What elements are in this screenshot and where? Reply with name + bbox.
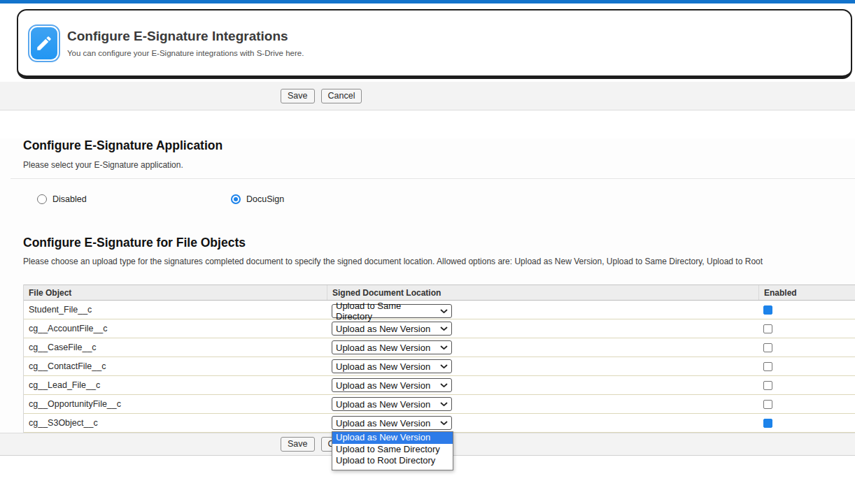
- table-row: cg__OpportunityFile__cUpload as New Vers…: [24, 395, 855, 414]
- radio-label: DocuSign: [246, 194, 284, 204]
- enabled-checkbox[interactable]: [763, 343, 772, 352]
- table-row: Student_File__cUpload to Same Directory: [24, 301, 855, 319]
- file-object-name: Student_File__c: [24, 301, 327, 319]
- enabled-checkbox[interactable]: [763, 362, 772, 371]
- file-objects-table-body: Student_File__cUpload to Same Directoryc…: [24, 301, 855, 433]
- enabled-checkbox[interactable]: [763, 324, 772, 333]
- enabled-cell: [758, 319, 855, 338]
- table-row: cg__AccountFile__cUpload as New Version: [24, 319, 855, 338]
- file-object-name: cg__CaseFile__c: [24, 338, 327, 357]
- pencil-icon: [28, 24, 60, 62]
- location-cell: Upload as New Version: [327, 338, 758, 357]
- select-dropdown-menu: Upload as New VersionUpload to Same Dire…: [332, 431, 453, 470]
- table-row: cg__S3Object__cUpload as New VersionUplo…: [24, 414, 855, 433]
- chevron-down-icon: [440, 309, 448, 314]
- location-cell: Upload as New VersionUpload as New Versi…: [327, 414, 758, 432]
- radio-disabled[interactable]: [37, 194, 47, 204]
- file-section-title: Configure E-Signature for File Objects: [23, 236, 855, 250]
- signed-document-location-select[interactable]: Upload as New Version: [332, 340, 452, 354]
- file-objects-table: File Object Signed Document Location Ena…: [23, 285, 855, 433]
- selected-option-label: Upload as New Version: [336, 380, 430, 391]
- file-object-name: cg__OpportunityFile__c: [24, 395, 327, 413]
- selected-option-label: Upload as New Version: [336, 324, 430, 334]
- chevron-down-icon: [440, 383, 448, 388]
- location-cell: Upload as New Version: [327, 319, 758, 338]
- column-header-file-object: File Object: [24, 285, 327, 300]
- radio-option: Disabled: [37, 194, 231, 204]
- dropdown-option[interactable]: Upload to Same Directory: [332, 444, 453, 456]
- chevron-down-icon: [440, 421, 448, 426]
- signed-document-location-select[interactable]: Upload to Same Directory: [332, 304, 452, 318]
- enabled-checkbox[interactable]: [763, 381, 772, 390]
- table-header-row: File Object Signed Document Location Ena…: [24, 285, 855, 301]
- section-divider: [10, 178, 855, 179]
- column-header-enabled: Enabled: [758, 285, 855, 300]
- page-title: Configure E-Signature Integrations: [67, 29, 304, 44]
- select-wrap: Upload to Same Directory: [332, 301, 452, 318]
- table-row: cg__ContactFile__cUpload as New Version: [24, 357, 855, 376]
- column-header-signed-document-location: Signed Document Location: [327, 285, 758, 300]
- signed-document-location-select[interactable]: Upload as New Version: [332, 378, 452, 392]
- signed-document-location-select[interactable]: Upload as New Version: [332, 359, 452, 373]
- save-button-bottom[interactable]: Save: [281, 437, 315, 452]
- location-cell: Upload to Same Directory: [327, 301, 758, 319]
- enabled-cell: [758, 376, 855, 394]
- enabled-checkbox[interactable]: [763, 400, 772, 409]
- file-object-name: cg__ContactFile__c: [24, 357, 327, 375]
- enabled-cell: [758, 338, 855, 357]
- header-panel: Configure E-Signature Integrations You c…: [17, 9, 852, 79]
- location-cell: Upload as New Version: [327, 376, 758, 394]
- select-wrap: Upload as New Version: [332, 378, 452, 392]
- esignature-app-options: DisabledDocuSign: [0, 194, 855, 205]
- enabled-cell: [758, 395, 855, 413]
- chevron-down-icon: [440, 364, 448, 369]
- selected-option-label: Upload as New Version: [336, 418, 430, 429]
- signed-document-location-select[interactable]: Upload as New Version: [332, 322, 452, 336]
- radio-label: Disabled: [52, 194, 87, 204]
- table-row: cg__CaseFile__cUpload as New Version: [24, 338, 855, 357]
- chevron-down-icon: [440, 345, 448, 350]
- page-subtitle: You can configure your E-Signature integ…: [67, 49, 304, 57]
- enabled-checkbox[interactable]: [763, 305, 772, 315]
- radio-option: DocuSign: [231, 194, 425, 204]
- location-cell: Upload as New Version: [327, 357, 758, 375]
- location-cell: Upload as New Version: [327, 395, 758, 413]
- top-toolbar: Save Cancel: [0, 82, 855, 110]
- selected-option-label: Upload as New Version: [336, 361, 430, 372]
- app-section-description: Please select your E-Signature applicati…: [23, 160, 855, 170]
- top-accent-bar: [0, 0, 855, 3]
- save-button[interactable]: Save: [281, 89, 315, 103]
- enabled-cell: [758, 357, 855, 375]
- select-wrap: Upload as New Version: [332, 397, 452, 411]
- table-row: cg__Lead_File__cUpload as New Version: [24, 376, 855, 395]
- file-object-name: cg__Lead_File__c: [24, 376, 327, 394]
- selected-option-label: Upload as New Version: [336, 399, 430, 410]
- signed-document-location-select[interactable]: Upload as New Version: [332, 397, 452, 411]
- dropdown-option[interactable]: Upload to Root Directory: [332, 455, 453, 467]
- select-wrap: Upload as New Version: [332, 340, 452, 354]
- enabled-cell: [758, 301, 855, 319]
- selected-option-label: Upload as New Version: [336, 343, 430, 353]
- signed-document-location-select[interactable]: Upload as New Version: [332, 416, 452, 430]
- select-wrap: Upload as New Version: [332, 359, 452, 373]
- cancel-button[interactable]: Cancel: [321, 89, 362, 103]
- selected-option-label: Upload to Same Directory: [336, 301, 437, 322]
- select-wrap: Upload as New VersionUpload as New Versi…: [332, 416, 452, 430]
- file-object-name: cg__S3Object__c: [24, 414, 327, 432]
- radio-docusign[interactable]: [231, 194, 241, 204]
- chevron-down-icon: [440, 326, 448, 331]
- enabled-cell: [758, 414, 855, 432]
- chevron-down-icon: [440, 402, 448, 407]
- dropdown-option[interactable]: Upload as New Version: [332, 432, 453, 444]
- file-section-description: Please choose an upload type for the sig…: [23, 257, 855, 266]
- enabled-checkbox[interactable]: [763, 419, 772, 428]
- main-content: Configure E-Signature Application Please…: [0, 138, 855, 433]
- file-object-name: cg__AccountFile__c: [24, 319, 327, 338]
- app-section-title: Configure E-Signature Application: [23, 138, 855, 153]
- select-wrap: Upload as New Version: [332, 322, 452, 336]
